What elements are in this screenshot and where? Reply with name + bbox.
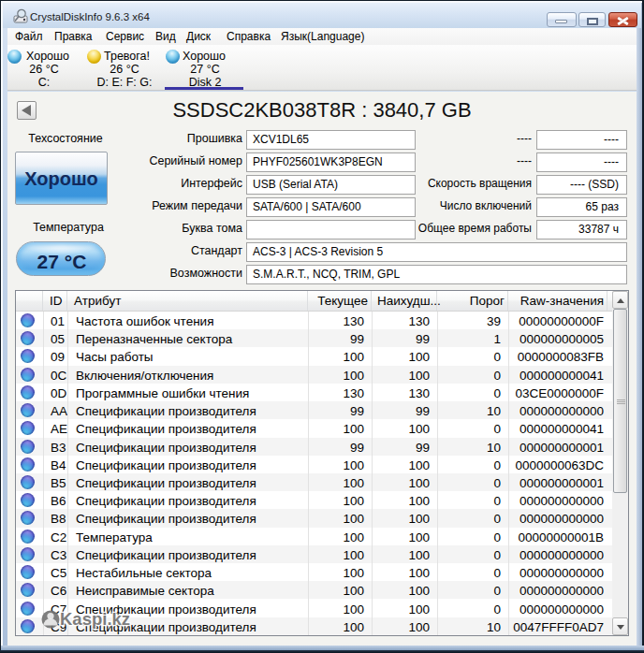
svg-text:Kaspi.kz: Kaspi.kz [60, 609, 130, 629]
